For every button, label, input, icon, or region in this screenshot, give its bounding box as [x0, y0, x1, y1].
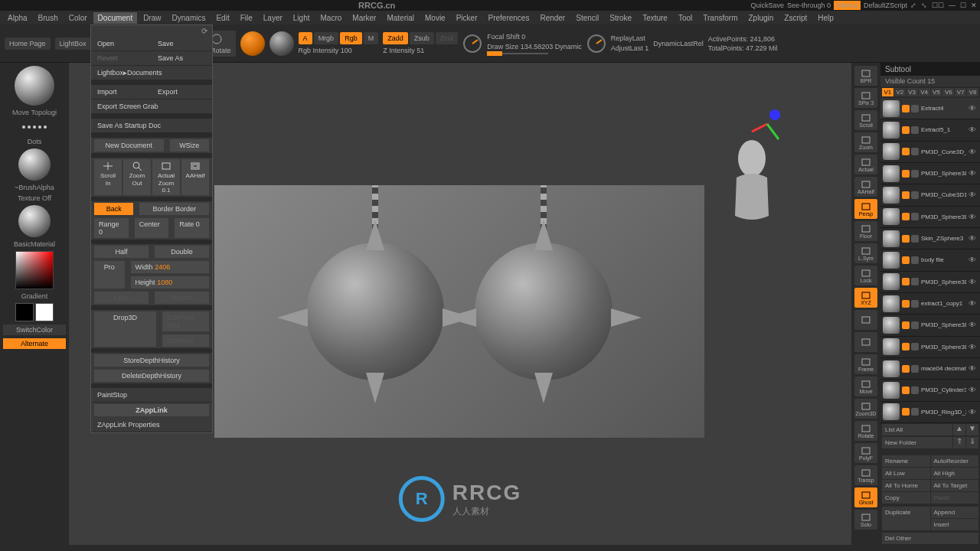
doc-height[interactable]: Height 1080 — [131, 276, 209, 289]
menu-brush[interactable]: Brush — [34, 12, 63, 24]
alllow-button[interactable]: All Low — [882, 468, 930, 479]
subtool-item[interactable]: PM3D_Ring3D_2👁 — [880, 402, 980, 423]
rtool-scroll[interactable]: Scroll — [854, 110, 877, 130]
eye-icon[interactable]: 👁 — [969, 321, 978, 329]
stroke-dots-icon[interactable] — [15, 119, 54, 135]
menu-color[interactable]: Color — [64, 12, 92, 24]
append-button[interactable]: Append — [931, 507, 979, 518]
arrow-up-icon[interactable]: ▲ — [953, 424, 965, 435]
doc-save-startup[interactable]: Save As Startup Doc — [91, 119, 212, 133]
eye-icon[interactable]: 👁 — [969, 408, 978, 416]
draw-size-track[interactable] — [487, 53, 548, 54]
rtool-solo[interactable]: Solo — [854, 510, 877, 530]
menu-draw[interactable]: Draw — [139, 12, 165, 24]
subtool-list[interactable]: Extract4👁Extract5_1👁PM3D_Cone3D_4👁PM3D_S… — [880, 98, 980, 423]
subtool-item[interactable]: extract1_copy1👁 — [880, 293, 980, 315]
menu-texture[interactable]: Texture — [638, 12, 672, 24]
subtool-toggles[interactable] — [902, 408, 919, 416]
vbtn-v6[interactable]: V6 — [942, 88, 954, 96]
doc-back[interactable]: Back — [94, 203, 133, 215]
insert-button[interactable]: Insert — [931, 519, 979, 530]
pin-icon[interactable]: ⟳ — [201, 27, 207, 35]
menu-light[interactable]: Light — [289, 12, 315, 24]
icon-group[interactable]: ☐☐ — [932, 2, 944, 9]
minimize-icon[interactable]: — — [949, 2, 956, 9]
menu-zplugin[interactable]: Zplugin — [744, 12, 779, 24]
subtool-item[interactable]: body file👁 — [880, 249, 980, 271]
shading-preview-icon[interactable] — [270, 31, 294, 56]
doc-optimize[interactable]: Optimize — [162, 334, 209, 347]
vbtn-v4[interactable]: V4 — [919, 88, 930, 96]
eye-icon[interactable]: 👁 — [969, 256, 978, 264]
lightbox-button[interactable]: LightBox — [55, 37, 91, 50]
eye-icon[interactable]: 👁 — [969, 299, 978, 308]
vbtn-v7[interactable]: V7 — [955, 88, 966, 96]
subtool-toggles[interactable] — [902, 170, 919, 178]
eye-icon[interactable]: 👁 — [969, 169, 978, 178]
subtool-item[interactable]: PM3D_Sphere3D1_2👁 — [880, 272, 980, 293]
menu-macro[interactable]: Macro — [316, 12, 347, 24]
vbtn-v3[interactable]: V3 — [906, 88, 918, 96]
move-up-icon[interactable]: ⇑ — [953, 437, 965, 448]
doc-width[interactable]: Width 2406 — [131, 261, 209, 273]
rtool-persp[interactable]: Persp — [854, 199, 877, 219]
rtool-bpr[interactable]: BPR — [854, 66, 877, 86]
eye-icon[interactable]: 👁 — [969, 213, 978, 221]
menu-edit[interactable]: Edit — [211, 12, 234, 24]
rtool-xyz[interactable]: XYZ — [854, 288, 877, 308]
eye-icon[interactable]: 👁 — [969, 343, 978, 351]
adjustlast-button[interactable]: AdjustLast 1 — [611, 44, 649, 52]
delother-button[interactable]: Del Other — [882, 533, 978, 544]
vbtn-v8[interactable]: V8 — [967, 88, 978, 96]
autoreorder-button[interactable]: AutoReorder — [931, 455, 979, 467]
focal-dial-icon[interactable] — [462, 34, 482, 54]
eye-icon[interactable]: 👁 — [969, 364, 978, 373]
doc-deletedepth[interactable]: DeleteDepthHistory — [94, 370, 209, 382]
doc-crop[interactable]: Crop — [94, 292, 149, 304]
seethrough-slider[interactable]: See-through 0 — [787, 2, 831, 9]
doc-actual[interactable]: ActualZoom 0.1 — [152, 159, 180, 195]
subtool-item[interactable]: PM3D_Cylinder3D1👁 — [880, 380, 980, 401]
menu-file[interactable]: File — [236, 12, 257, 24]
rtool-l.sym[interactable]: L.Sym — [854, 243, 877, 263]
menu-document[interactable]: Document — [93, 12, 138, 24]
doc-revert[interactable]: Revert — [91, 51, 152, 66]
subtool-toggles[interactable] — [902, 213, 919, 220]
doc-export[interactable]: Export — [152, 85, 212, 99]
rtool-rotate[interactable]: Rotate — [854, 421, 877, 441]
vbtn-v2[interactable]: V2 — [894, 88, 906, 96]
switchcolor-button[interactable]: SwitchColor — [3, 324, 66, 335]
m-button[interactable]: M — [364, 32, 379, 44]
subtool-item[interactable]: Extract4👁 — [880, 98, 980, 119]
rtool-blank[interactable] — [854, 332, 877, 352]
rtool-floor[interactable]: Floor — [854, 221, 877, 241]
menu-stroke[interactable]: Stroke — [605, 12, 636, 24]
doc-saveas[interactable]: Save As — [152, 51, 212, 66]
subtool-toggles[interactable] — [902, 191, 919, 199]
subtool-toggles[interactable] — [902, 105, 919, 112]
rename-button[interactable]: Rename — [882, 455, 930, 467]
swatch-secondary[interactable] — [35, 303, 54, 321]
doc-resize[interactable]: Resize — [155, 292, 209, 304]
doc-rate[interactable]: Rate 0 — [175, 218, 209, 238]
eye-icon[interactable]: 👁 — [969, 148, 978, 156]
eye-icon[interactable]: 👁 — [969, 234, 978, 243]
allhigh-button[interactable]: All High — [931, 468, 979, 479]
eye-icon[interactable]: 👁 — [969, 386, 978, 394]
menu-help[interactable]: Help — [813, 12, 838, 24]
maximize-icon[interactable]: ☐ — [960, 2, 966, 9]
doc-border[interactable]: Border Border — [139, 203, 209, 215]
menu-preferences[interactable]: Preferences — [483, 12, 534, 24]
material-preview-icon[interactable] — [240, 31, 265, 56]
rgb-button[interactable]: Rgb — [340, 32, 362, 44]
mrgb-button[interactable]: Mrgb — [314, 32, 339, 44]
subtool-item[interactable]: Skin_ZSphere3👁 — [880, 228, 980, 249]
default-zscript[interactable]: DefaultZScript — [864, 2, 907, 9]
subtool-toggles[interactable] — [902, 148, 919, 155]
subtool-toggles[interactable] — [902, 365, 919, 373]
doc-paintstop[interactable]: PaintStop — [91, 388, 212, 403]
doc-wsize[interactable]: WSize — [170, 139, 209, 152]
subtool-item[interactable]: PM3D_Sphere3D_4👁 — [880, 315, 980, 336]
menu-marker[interactable]: Marker — [348, 12, 381, 24]
doc-zoom[interactable]: ZoomOut — [123, 159, 151, 195]
